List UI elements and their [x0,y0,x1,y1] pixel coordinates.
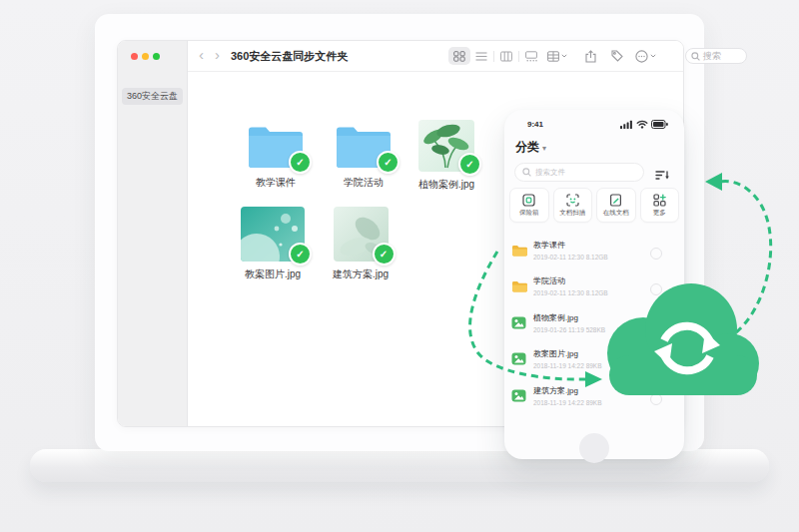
synced-check-icon: ✓ [373,243,396,266]
file-tile[interactable]: ✓ 植物案例.jpg [409,120,483,192]
synced-check-icon: ✓ [458,153,481,176]
back-button[interactable]: ‹ [199,41,204,71]
file-name: 建筑方案.jpg [533,386,602,396]
window-title: 360安全云盘同步文件夹 [231,41,348,71]
wifi-icon [636,120,648,129]
window-controls [131,53,160,60]
category-title: 分类 [515,139,539,156]
share-button[interactable] [585,41,596,71]
shortcut-online-doc[interactable]: 在线文档 [596,188,636,223]
file-tile[interactable]: ✓ 建筑方案.jpg [324,207,398,281]
grid-view-icon [453,51,465,62]
view-switcher [448,47,542,65]
divider [493,51,494,62]
grid-view-button[interactable] [448,47,470,65]
file-meta: 2019-02-11 12:30 8.12GB [533,253,608,262]
more-grid-icon [653,194,666,207]
file-name: 教学课件 [533,241,608,251]
folder-icon [511,279,528,292]
chevron-down-icon [650,54,656,58]
tag-button[interactable] [611,41,623,71]
shortcut-doc-scan[interactable]: 文档扫描 [553,188,593,223]
document-scan-icon [566,194,579,207]
shortcut-label: 文档扫描 [559,209,585,218]
file-name: 学院活动 [344,176,384,190]
image-file-icon [511,389,526,402]
close-window-button[interactable] [131,53,138,60]
minimize-window-button[interactable] [142,53,149,60]
file-meta: 2019-01-26 11:19 528KB [533,325,605,334]
list-view-button[interactable] [470,47,492,65]
file-meta: 2019-02-11 12:30 8.12GB [533,288,608,297]
safe-box-icon [522,194,535,207]
shortcut-more[interactable]: 更多 [640,188,680,223]
column-view-button[interactable] [495,47,517,65]
group-by-button[interactable] [547,41,567,71]
search-icon [522,168,531,177]
home-button[interactable] [579,433,609,463]
shortcut-label: 在线文档 [603,209,629,218]
signal-icon [620,120,633,129]
marketing-scene: 360安全云盘 ‹ › 360安全云盘同步文件夹 [0,0,799,532]
file-meta: 2018-11-19 14:22 89KB [533,361,602,370]
group-by-icon [547,51,559,62]
synced-check-icon: ✓ [377,151,400,174]
cloud-sync-badge [599,279,761,397]
file-meta: 2018-11-19 14:22 89KB [533,398,602,407]
caret-down-icon: ▾ [542,144,546,153]
finder-toolbar: ‹ › 360安全云盘同步文件夹 [188,41,683,72]
gallery-view-icon [525,51,537,62]
file-name: 教学课件 [256,176,296,190]
forward-button[interactable]: › [215,41,220,71]
file-name: 教案图片.jpg [533,349,602,359]
gallery-view-button[interactable] [520,47,542,65]
file-name: 建筑方案.jpg [333,267,389,281]
synced-check-icon: ✓ [289,151,312,174]
tag-icon [611,50,623,62]
select-circle[interactable] [650,248,662,260]
file-name: 植物案例.jpg [418,178,474,192]
file-tile[interactable]: ✓ 教学课件 [239,123,313,190]
finder-sidebar: 360安全云盘 [118,41,188,426]
phone-search-input[interactable]: 搜索文件 [514,163,644,182]
image-file-icon [511,316,526,329]
shortcut-label: 更多 [653,209,666,218]
cloud-icon [607,283,759,395]
phone-status-bar: 9:41 [504,120,684,129]
online-doc-icon [609,194,622,207]
battery-icon [651,120,668,129]
synced-check-icon: ✓ [289,243,312,266]
column-view-icon [500,51,512,62]
arrowhead-left [705,173,722,191]
sort-button[interactable] [655,167,670,185]
finder-search-input[interactable]: 搜索 [685,48,747,64]
phone-shortcuts: 保险箱 文档扫描 在线文档 更多 [509,188,679,223]
file-name: 植物案例.jpg [533,313,605,323]
sort-list-icon [655,170,670,181]
list-view-icon [475,51,487,62]
divider [518,51,519,62]
file-tile[interactable]: ✓ 教案图片.jpg [236,207,310,281]
zoom-window-button[interactable] [153,53,160,60]
share-icon [585,50,596,63]
image-file-icon [511,352,526,365]
search-icon [691,52,700,61]
shortcut-safe-box[interactable]: 保险箱 [509,188,549,223]
search-placeholder: 搜索 [703,50,721,63]
sidebar-item-cloud-drive[interactable]: 360安全云盘 [122,88,183,105]
chevron-down-icon [561,54,567,58]
file-tile[interactable]: ✓ 学院活动 [327,123,400,190]
ellipsis-circle-icon [635,50,648,63]
status-time: 9:41 [527,120,543,129]
search-placeholder: 搜索文件 [535,168,565,178]
more-actions-button[interactable] [635,41,656,71]
file-name: 教案图片.jpg [245,267,301,281]
folder-icon [511,244,528,257]
category-dropdown[interactable]: 分类 ▾ [515,139,546,156]
file-name: 学院活动 [533,276,608,286]
shortcut-label: 保险箱 [519,209,539,218]
phone-file-row[interactable]: 教学课件 2019-02-11 12:30 8.12GB [510,241,678,270]
